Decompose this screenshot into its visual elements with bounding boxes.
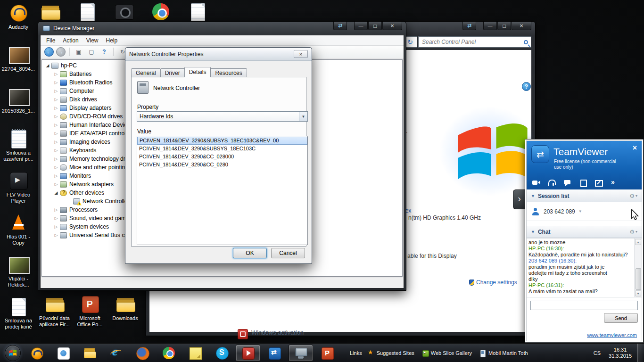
scroll-up-icon[interactable]: ▲ — [635, 239, 641, 245]
tree-expand-arrow[interactable] — [53, 156, 59, 161]
language-indicator[interactable]: CS — [591, 349, 603, 357]
desktop-icon[interactable]: Vtipálci - Hektick... — [1, 255, 36, 296]
chat-header[interactable]: Chat — [527, 225, 642, 238]
dialog-tab[interactable]: Driver — [160, 68, 185, 77]
tree-expand-arrow[interactable] — [53, 173, 59, 178]
menu-item[interactable]: File — [42, 36, 59, 45]
desktop-icon[interactable] — [151, 2, 171, 23]
chat-scrollbar[interactable]: ▲ ▼ — [634, 239, 642, 297]
dialog-close-button[interactable] — [294, 50, 308, 58]
ok-button[interactable]: OK — [233, 248, 267, 258]
scrollbar-track[interactable] — [636, 245, 641, 290]
send-button[interactable]: Send — [604, 313, 638, 323]
hardware-id-row[interactable]: PCI\VEN_1814&DEV_3290&SUBSYS_18EC103C&RE… — [137, 137, 307, 145]
menu-item[interactable]: Help — [102, 36, 122, 45]
taskbar-app[interactable] — [262, 345, 287, 362]
properties-icon[interactable] — [86, 47, 97, 57]
show-desktop-button[interactable] — [637, 344, 643, 362]
desktop-icon[interactable]: Microsoft Office Po... — [72, 294, 107, 336]
desktop-icon[interactable]: Původní data aplikace Fir... — [37, 294, 72, 336]
tree-expand-arrow[interactable] — [45, 63, 50, 68]
cancel-button[interactable]: Cancel — [271, 248, 305, 258]
titlebar-teamviewer-icon[interactable] — [333, 22, 347, 30]
desktop-icon[interactable]: Smlouva na prodej koně — [1, 296, 36, 338]
taskbar-favorite[interactable]: Suggested Sites — [368, 350, 414, 356]
close-icon[interactable] — [633, 144, 637, 152]
desktop-icon[interactable]: Downloads — [107, 294, 143, 336]
hardware-id-row[interactable]: PCI\VEN_1814&DEV_3290&SUBSYS_18EC103C — [137, 145, 307, 153]
desktop-icon[interactable] — [41, 2, 60, 23]
collapse-arrow-icon[interactable] — [531, 230, 535, 234]
hardware-ids-list[interactable]: PCI\VEN_1814&DEV_3290&SUBSYS_18EC103C&RE… — [137, 136, 308, 245]
chat-input[interactable] — [532, 301, 637, 310]
taskbar-app[interactable] — [104, 345, 128, 362]
session-partner-row[interactable]: 203 642 089 — [527, 202, 642, 221]
desktop-icon[interactable] — [114, 2, 134, 23]
menu-item[interactable]: Action — [59, 36, 82, 45]
chevron-down-icon[interactable] — [299, 112, 307, 121]
teamviewer-toolbar-icon[interactable] — [532, 179, 541, 186]
forward-icon[interactable] — [56, 47, 66, 57]
scrollbar-thumb[interactable] — [636, 268, 641, 290]
desktop-icon[interactable]: 22704_8094... — [1, 45, 36, 87]
gear-icon[interactable] — [629, 229, 637, 235]
tree-expand-arrow[interactable] — [53, 165, 59, 170]
dialog-tab[interactable]: Details — [184, 67, 211, 77]
tree-expand-arrow[interactable] — [53, 216, 59, 221]
console-tree-icon[interactable] — [74, 47, 84, 57]
tree-expand-arrow[interactable] — [53, 131, 59, 136]
taskbar-app[interactable] — [289, 345, 313, 362]
desktop-icon[interactable] — [77, 2, 97, 23]
change-settings-link[interactable]: Change settings — [469, 279, 517, 286]
minimize-button[interactable] — [483, 22, 497, 30]
teamviewer-website-link[interactable]: www.teamviewer.com — [587, 332, 637, 338]
taskbar-app[interactable] — [236, 345, 260, 362]
tree-expand-arrow[interactable] — [53, 72, 59, 76]
partner-dropdown-icon[interactable] — [578, 209, 582, 214]
help-icon[interactable] — [99, 47, 109, 57]
taskbar-app[interactable] — [157, 345, 181, 362]
tree-expand-arrow[interactable] — [53, 106, 59, 110]
taskbar-clock[interactable]: 16:31 31.3.2015 — [609, 347, 632, 359]
tree-expand-arrow[interactable] — [53, 89, 59, 93]
taskbar-app[interactable] — [51, 345, 75, 362]
desktop-icon[interactable]: Smlouva a uzavření pr... — [1, 129, 36, 171]
taskbar-app[interactable] — [315, 345, 339, 362]
session-list-header[interactable]: Session list — [527, 189, 642, 202]
control-panel-search[interactable] — [418, 36, 531, 48]
teamviewer-toolbar-icon[interactable] — [579, 179, 587, 186]
taskbar-favorite[interactable]: Web Slice Gallery — [422, 350, 472, 356]
tree-expand-arrow[interactable] — [53, 123, 59, 127]
close-button[interactable] — [382, 22, 402, 30]
desktop-icon[interactable]: Audacity — [1, 3, 36, 45]
back-icon[interactable] — [44, 47, 54, 57]
links-toolbar-label[interactable]: Links — [350, 350, 362, 356]
maximize-button[interactable] — [368, 22, 382, 30]
tree-expand-arrow[interactable] — [53, 207, 59, 212]
tree-expand-arrow[interactable] — [53, 233, 59, 238]
help-button[interactable] — [522, 82, 531, 91]
start-button[interactable] — [5, 345, 21, 361]
desktop-icon[interactable] — [188, 2, 207, 23]
search-icon[interactable] — [524, 40, 528, 44]
hardware-id-row[interactable]: PCI\VEN_1814&DEV_3290&CC_0280 — [137, 161, 307, 169]
tree-expand-arrow[interactable] — [53, 148, 59, 153]
property-dropdown[interactable]: Hardware Ids — [137, 111, 308, 122]
minimize-button[interactable] — [354, 22, 368, 30]
dialog-tab[interactable]: Resources — [210, 68, 247, 77]
tree-expand-arrow[interactable] — [53, 182, 59, 187]
tree-expand-arrow[interactable] — [53, 80, 59, 85]
tree-expand-arrow[interactable] — [53, 140, 59, 144]
maximize-button[interactable] — [497, 22, 511, 30]
desktop-icon[interactable]: 20150326_1... — [1, 87, 36, 129]
tree-expand-arrow[interactable] — [53, 97, 59, 102]
gear-icon[interactable] — [629, 193, 637, 199]
tree-expand-arrow[interactable] — [53, 190, 59, 195]
menu-item[interactable]: View — [83, 36, 102, 45]
search-input[interactable] — [422, 39, 521, 45]
tree-expand-arrow[interactable] — [53, 114, 59, 119]
teamviewer-toolbar-icon[interactable] — [563, 179, 572, 186]
dialog-tab[interactable]: General — [131, 68, 161, 77]
titlebar-teamviewer-icon[interactable] — [462, 22, 476, 30]
teamviewer-toolbar-icon[interactable] — [610, 179, 619, 186]
